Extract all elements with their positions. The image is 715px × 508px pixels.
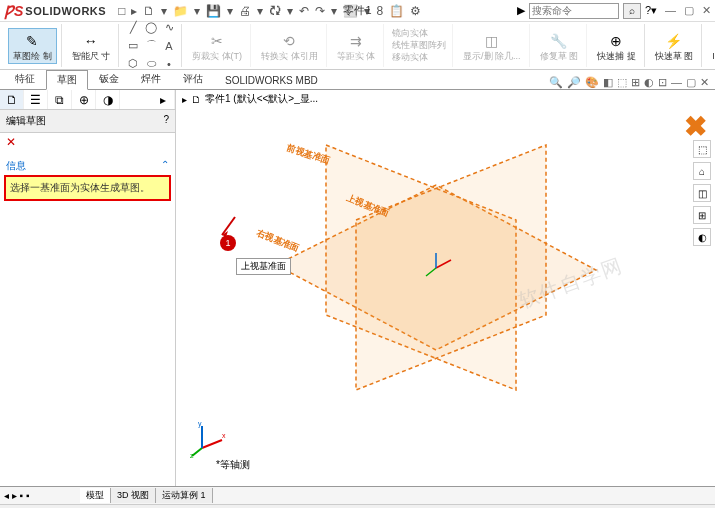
view-tool-icon[interactable]: ⊞ <box>631 76 640 89</box>
view-tool-icon[interactable]: 🔎 <box>567 76 581 89</box>
move-entity-button[interactable]: 移动实体 <box>390 52 430 63</box>
qat-dropdown-icon[interactable]: ▾ <box>257 4 263 18</box>
qat-rebuild-icon[interactable]: 🗘 <box>269 4 281 18</box>
qat-dropdown-icon[interactable]: ▾ <box>194 4 200 18</box>
btab-motion[interactable]: 运动算例 1 <box>156 488 213 503</box>
display-delete-button[interactable]: ◫ 显示/删 除几... <box>459 29 525 63</box>
qat-dropdown-icon[interactable]: ▾ <box>287 4 293 18</box>
view-triad: x z y <box>190 418 230 458</box>
qat-options-icon[interactable]: 8 <box>376 4 383 18</box>
view-tool-icon[interactable]: ⬚ <box>617 76 627 89</box>
graphics-viewport[interactable]: ▸ 🗋 零件1 (默认<<默认>_显... 前视基准面 上视基准面 右视基准面 … <box>176 90 715 486</box>
qat-dropdown-icon[interactable]: ▾ <box>227 4 233 18</box>
close-icon[interactable]: ✕ <box>702 4 711 17</box>
svg-line-5 <box>192 448 202 456</box>
tree-tab-config[interactable]: ⧉ <box>48 90 72 109</box>
solidworks-logo-icon: ǷS <box>4 3 23 19</box>
tree-tab-property[interactable]: ☰ <box>24 90 48 109</box>
convert-button[interactable]: ⟲ 转换实 体引用 <box>257 29 322 63</box>
tree-tab-dimxpert[interactable]: ⊕ <box>72 90 96 109</box>
qat-open-icon[interactable]: 📁 <box>173 4 188 18</box>
mirror-button[interactable]: 镜向实体 <box>390 28 430 39</box>
minimize-icon[interactable]: — <box>665 4 676 17</box>
property-manager-header: 编辑草图 ? <box>0 110 175 133</box>
view-icon[interactable]: ◐ <box>693 228 711 246</box>
smart-dimension-button[interactable]: ↔ 智能尺 寸 <box>68 29 115 63</box>
qat-new-icon[interactable]: □ <box>118 4 125 18</box>
front-plane-label: 前视基准面 <box>284 142 331 166</box>
tab-mbd[interactable]: SOLIDWORKS MBD <box>214 72 329 89</box>
motion-study-tabs: ◂ ▸ ▪ ▪ 模型 3D 视图 运动算例 1 <box>0 486 715 504</box>
doc-close-icon[interactable]: ✕ <box>700 76 709 89</box>
view-tool-icon[interactable]: 🔍 <box>549 76 563 89</box>
qat-dropdown-icon[interactable]: ▾ <box>331 4 337 18</box>
spline-icon[interactable]: ∿ <box>161 20 177 36</box>
circle-icon[interactable]: ◯ <box>143 20 159 36</box>
display-icon: ◫ <box>482 31 502 51</box>
qat-save-icon[interactable]: 💾 <box>206 4 221 18</box>
feature-manager-panel: 🗋 ☰ ⧉ ⊕ ◑ ▸ 编辑草图 ? ✕ 信息 ⌃ 选择一基准面为实体生成草图。 <box>0 90 176 486</box>
qat-redo-icon[interactable]: ↷ <box>315 4 325 18</box>
collapse-icon[interactable]: ⌃ <box>161 159 169 170</box>
plane-tooltip: 上视基准面 <box>236 258 291 275</box>
qat-new-doc-icon[interactable]: 🗋 <box>143 4 155 18</box>
instant2d-button[interactable]: ↕ Instant2D <box>708 29 715 63</box>
text-icon[interactable]: A <box>161 38 177 54</box>
tab-weldments[interactable]: 焊件 <box>130 69 172 89</box>
tree-expand-icon[interactable]: ▸ <box>151 90 175 109</box>
repair-sketch-button[interactable]: 🔧 修复草 图 <box>536 29 583 63</box>
ribbon: ✎ 草图绘 制 ↔ 智能尺 寸 ╱ ◯ ∿ ▭ ⌒ A ⬡ ⬭ • ✂ 剪裁实 … <box>0 22 715 70</box>
search-button[interactable]: ⌕ <box>623 3 641 19</box>
view-cube-icon[interactable]: ⬚ <box>693 140 711 158</box>
qat-settings-icon[interactable]: ⚙ <box>410 4 421 18</box>
view-tool-icon[interactable]: ⊡ <box>658 76 667 89</box>
maximize-icon[interactable]: ▢ <box>684 4 694 17</box>
tab-sheetmetal[interactable]: 钣金 <box>88 69 130 89</box>
tab-sketch[interactable]: 草图 <box>46 70 88 90</box>
arc-icon[interactable]: ⌒ <box>143 38 159 54</box>
view-tool-icon[interactable]: ◧ <box>603 76 613 89</box>
viewport-toolbar: 🔍 🔎 🎨 ◧ ⬚ ⊞ ◐ ⊡ — ▢ ✕ <box>549 76 715 89</box>
tab-features[interactable]: 特征 <box>4 69 46 89</box>
btab-3dview[interactable]: 3D 视图 <box>111 488 156 503</box>
tree-tab-feature[interactable]: 🗋 <box>0 90 24 109</box>
qat-undo-icon[interactable]: ↶ <box>299 4 309 18</box>
doc-minimize-icon[interactable]: — <box>671 76 682 89</box>
qat-dropdown-icon[interactable]: ▸ <box>131 4 137 18</box>
quick-snap-button[interactable]: ⊕ 快速捕 捉 <box>593 29 640 63</box>
rect-icon[interactable]: ▭ <box>125 38 141 54</box>
right-plane-label: 右视基准面 <box>254 227 300 254</box>
info-box: 信息 ⌃ 选择一基准面为实体生成草图。 <box>4 157 171 201</box>
line-icon[interactable]: ╱ <box>125 20 141 36</box>
app-logo: ǷS SOLIDWORKS <box>4 3 106 19</box>
offset-button[interactable]: ⇉ 等距实 体 <box>333 29 380 63</box>
help-icon[interactable]: ?▾ <box>645 4 657 17</box>
pm-cancel-button[interactable]: ✕ <box>0 133 175 151</box>
qat-print-icon[interactable]: 🖨 <box>239 4 251 18</box>
pm-title: 编辑草图 <box>6 114 46 128</box>
sketch-icon: ✎ <box>22 31 42 51</box>
view-tool-icon[interactable]: 🎨 <box>585 76 599 89</box>
annotation-callout: 1 <box>210 215 240 247</box>
view-icon[interactable]: ◫ <box>693 184 711 202</box>
qat-options-icon[interactable]: 📋 <box>389 4 404 18</box>
help-icon[interactable]: ? <box>163 114 169 128</box>
convert-icon: ⟲ <box>279 31 299 51</box>
qat-dropdown-icon[interactable]: ▾ <box>161 4 167 18</box>
view-icon[interactable]: ⊞ <box>693 206 711 224</box>
view-tool-icon[interactable]: ◐ <box>644 76 654 89</box>
tab-nav-icons[interactable]: ◂ ▸ ▪ ▪ <box>4 490 29 501</box>
rapid-sketch-button[interactable]: ⚡ 快速草 图 <box>651 29 698 63</box>
btab-model[interactable]: 模型 <box>80 488 111 503</box>
tab-evaluate[interactable]: 评估 <box>172 69 214 89</box>
tree-tab-display[interactable]: ◑ <box>96 90 120 109</box>
doc-maximize-icon[interactable]: ▢ <box>686 76 696 89</box>
trim-button[interactable]: ✂ 剪裁实 体(T) <box>188 29 246 63</box>
home-icon[interactable]: ⌂ <box>693 162 711 180</box>
search-toggle-icon[interactable]: ▶ <box>517 4 525 17</box>
confirm-sketch-cancel-icon[interactable]: ✖ <box>684 110 707 143</box>
search-input[interactable] <box>529 3 619 19</box>
linear-pattern-button[interactable]: 线性草图阵列 <box>390 40 448 51</box>
sketch-button[interactable]: ✎ 草图绘 制 <box>8 28 57 64</box>
document-title: 零件1 <box>343 3 371 18</box>
